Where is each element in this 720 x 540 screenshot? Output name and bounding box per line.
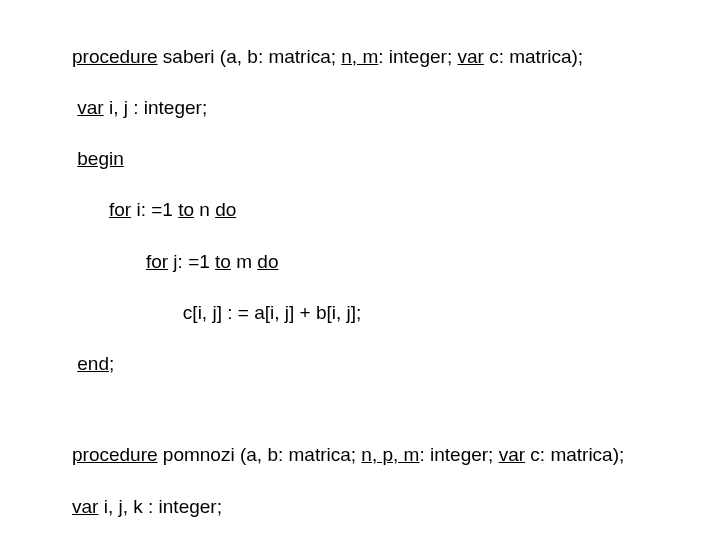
line-for2: for j: =1 to m do (72, 249, 720, 275)
line-for1: for i: =1 to n do (72, 197, 720, 223)
line-begin1: begin (72, 146, 720, 172)
procedure-pomnozi: procedure pomnozi (a, b: matrica; n, p, … (72, 417, 720, 540)
line-var1: var i, j : integer; (72, 95, 720, 121)
line-sig2: procedure pomnozi (a, b: matrica; n, p, … (72, 442, 720, 468)
line-end1: end; (72, 351, 720, 377)
line-body1: c[i, j] : = a[i, j] + b[i, j]; (72, 300, 720, 326)
paragraph-gap (72, 403, 720, 417)
procedure-saberi: procedure saberi (a, b: matrica; n, m: i… (72, 18, 720, 403)
line-sig1: procedure saberi (a, b: matrica; n, m: i… (72, 44, 720, 70)
line-var2: var i, j, k : integer; (72, 494, 720, 520)
